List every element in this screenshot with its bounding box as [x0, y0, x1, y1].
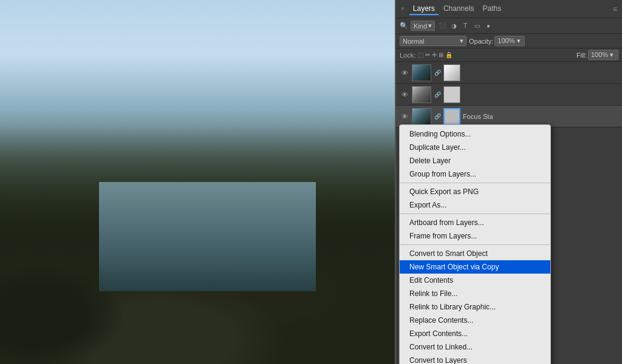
menu-item-convert-smart-object[interactable]: Convert to Smart Object — [400, 247, 550, 260]
layer-3-thumbnail — [412, 108, 431, 125]
menu-item-artboard-from-layers[interactable]: Artboard from Layers... — [400, 216, 550, 229]
fill-value: 100% — [591, 51, 608, 58]
tab-channels[interactable]: Channels — [440, 3, 478, 15]
layer-filter-row: 🔍 Kind ▾ ⬛ ◑ T ▭ ● — [396, 18, 622, 34]
layer-1-thumbnail — [412, 64, 431, 81]
blend-mode-dropdown[interactable]: Normal ▾ — [400, 36, 466, 46]
opacity-input[interactable]: 100% ▾ — [494, 36, 525, 46]
layer-2-visibility-icon[interactable]: 👁 — [400, 90, 409, 99]
menu-item-blending-options[interactable]: Blending Options... — [400, 127, 550, 141]
opacity-value: 100% — [497, 37, 514, 44]
lock-image-icon[interactable]: ✏ — [425, 52, 430, 58]
menu-item-new-smart-object-via-copy[interactable]: New Smart Object via Copy — [400, 260, 550, 274]
filter-kind-label: Kind — [414, 22, 427, 30]
menu-item-quick-export[interactable]: Quick Export as PNG — [400, 185, 550, 198]
fill-input[interactable]: 100% ▾ — [588, 50, 618, 60]
right-panel: × Layers Channels Paths ≡ 🔍 Kind ▾ ⬛ ◑ T… — [396, 0, 622, 364]
menu-separator-3 — [400, 244, 550, 245]
tab-paths[interactable]: Paths — [479, 3, 505, 15]
layer-2-thumbnail — [412, 86, 431, 103]
layer-1-mask-thumbnail — [443, 64, 460, 81]
menu-item-convert-to-linked[interactable]: Convert to Linked... — [400, 340, 550, 354]
menu-separator-2 — [400, 214, 550, 214]
lock-all-icon[interactable]: 🔒 — [445, 52, 453, 58]
menu-item-group-from-layers[interactable]: Group from Layers... — [400, 167, 550, 181]
fill-row: Fill: 100% ▾ — [576, 50, 618, 60]
blend-mode-row: Normal ▾ Opacity: 100% ▾ — [396, 34, 622, 49]
fill-label: Fill: — [576, 52, 587, 59]
photo-background — [0, 0, 395, 364]
menu-item-delete-layer[interactable]: Delete Layer — [400, 154, 550, 167]
layer-item-2[interactable]: 👁 🔗 — [396, 84, 622, 106]
menu-item-duplicate-layer[interactable]: Duplicate Layer... — [400, 141, 550, 154]
menu-item-frame-from-layers[interactable]: Frame from Layers... — [400, 229, 550, 243]
lock-label: Lock: — [400, 52, 415, 59]
panel-menu-icon[interactable]: ≡ — [613, 5, 617, 13]
menu-item-relink-to-file[interactable]: Relink to File... — [400, 287, 550, 300]
filter-icons-row: ⬛ ◑ T ▭ ● — [437, 21, 493, 31]
blend-mode-label: Normal — [403, 38, 424, 45]
lock-position-icon[interactable]: ✛ — [432, 52, 437, 58]
menu-item-export-as[interactable]: Export As... — [400, 198, 550, 212]
menu-item-edit-contents[interactable]: Edit Contents — [400, 274, 550, 287]
menu-item-export-contents[interactable]: Export Contents... — [400, 327, 550, 340]
context-menu: Blending Options... Duplicate Layer... D… — [399, 124, 551, 364]
menu-item-convert-to-layers[interactable]: Convert to Layers — [400, 354, 550, 364]
opacity-arrow: ▾ — [517, 37, 521, 44]
menu-separator-1 — [400, 183, 550, 183]
filter-kind-dropdown[interactable]: Kind ▾ — [411, 21, 435, 31]
layer-1-visibility-icon[interactable]: 👁 — [400, 68, 409, 78]
blend-mode-arrow: ▾ — [460, 37, 463, 45]
filter-type-icon[interactable]: T — [460, 21, 470, 31]
fill-arrow: ▾ — [610, 51, 613, 58]
layer-3-mask-thumbnail — [443, 108, 460, 125]
layer-2-chain-icon[interactable]: 🔗 — [434, 92, 441, 98]
filter-pixel-icon[interactable]: ⬛ — [437, 21, 447, 31]
menu-item-replace-contents[interactable]: Replace Contents... — [400, 314, 550, 327]
layer-3-chain-icon[interactable]: 🔗 — [434, 113, 441, 120]
filter-smart-icon[interactable]: ● — [484, 21, 493, 31]
filter-kind-arrow: ▾ — [428, 22, 432, 30]
lock-icons: ⬚ ✏ ✛ ⊞ 🔒 — [418, 52, 453, 58]
opacity-row: Opacity: 100% ▾ — [469, 36, 525, 46]
layer-3-visibility-icon[interactable]: 👁 — [400, 112, 409, 121]
tab-layers[interactable]: Layers — [409, 3, 439, 15]
layer-3-name: Focus Sta — [463, 113, 618, 120]
lock-artboard-icon[interactable]: ⊞ — [439, 52, 443, 58]
layer-1-chain-icon[interactable]: 🔗 — [434, 70, 441, 76]
search-icon: 🔍 — [400, 22, 408, 30]
panel-close-icon[interactable]: × — [401, 5, 405, 12]
layer-item-1[interactable]: 👁 🔗 — [396, 62, 622, 84]
menu-item-relink-to-library[interactable]: Relink to Library Graphic... — [400, 300, 550, 314]
panel-tabs: Layers Channels Paths — [409, 3, 613, 15]
lock-transparent-icon[interactable]: ⬚ — [418, 52, 423, 58]
filter-shape-icon[interactable]: ▭ — [472, 21, 482, 31]
panel-header: × Layers Channels Paths ≡ — [396, 0, 622, 18]
layer-2-mask-thumbnail — [443, 86, 460, 103]
opacity-label: Opacity: — [469, 38, 493, 45]
lock-row: Lock: ⬚ ✏ ✛ ⊞ 🔒 Fill: 100% ▾ — [396, 49, 622, 62]
canvas-area — [0, 0, 395, 364]
filter-adjustment-icon[interactable]: ◑ — [449, 21, 459, 31]
